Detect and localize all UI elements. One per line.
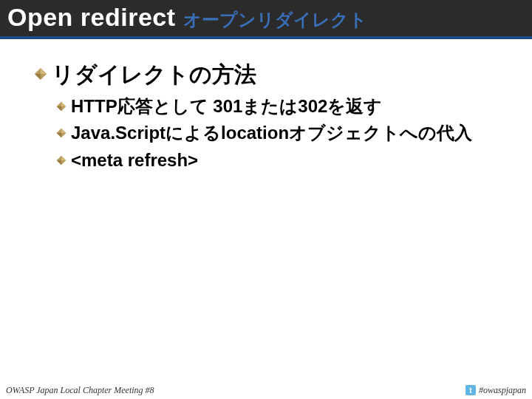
slide-title-ja: オープンリダイレクト <box>183 8 367 32</box>
svg-marker-7 <box>61 129 66 133</box>
slide-title-en: Open redirect <box>7 3 176 32</box>
bullet-item: <meta refresh> <box>71 149 198 172</box>
diamond-bullet-icon <box>56 128 66 138</box>
bullet-item: Java.Scriptによるlocationオブジェクトへの代入 <box>71 121 472 145</box>
slide-footer: OWASP Japan Local Chapter Meeting #8 t #… <box>0 381 532 399</box>
bullet-level-2: HTTP応答として 301または302を返す <box>56 95 505 118</box>
twitter-icon: t <box>466 385 476 395</box>
svg-marker-10 <box>61 155 66 160</box>
bullet-level-1: リダイレクトの方法 <box>34 60 505 90</box>
svg-marker-1 <box>41 68 47 74</box>
bullet-level-2: Java.Scriptによるlocationオブジェクトへの代入 <box>56 121 505 145</box>
footer-hashtag: #owaspjapan <box>479 385 526 396</box>
bullet-heading: リダイレクトの方法 <box>52 60 256 90</box>
bullet-level-2: <meta refresh> <box>56 149 505 172</box>
svg-marker-4 <box>61 102 66 106</box>
svg-marker-11 <box>57 160 61 165</box>
footer-text: OWASP Japan Local Chapter Meeting #8 <box>6 385 154 396</box>
slide-content: リダイレクトの方法 HTTP応答として 301または302を返す Java.Sc… <box>0 39 532 172</box>
svg-marker-5 <box>57 106 61 111</box>
footer-hashtag-group: t #owaspjapan <box>466 385 526 396</box>
svg-marker-2 <box>35 74 41 80</box>
diamond-bullet-icon <box>34 67 47 81</box>
diamond-bullet-icon <box>56 101 66 112</box>
diamond-bullet-icon <box>56 155 66 166</box>
bullet-item: HTTP応答として 301または302を返す <box>71 95 382 118</box>
svg-marker-8 <box>57 133 61 137</box>
slide-header: Open redirect オープンリダイレクト <box>0 0 532 39</box>
